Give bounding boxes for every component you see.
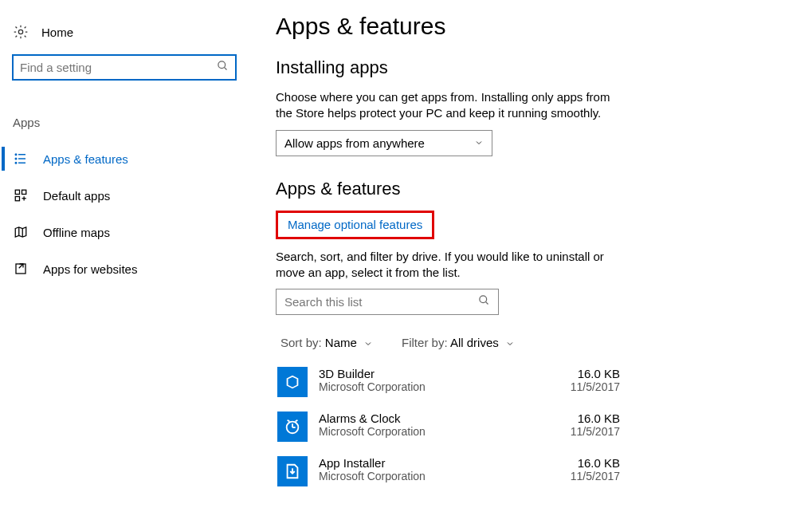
dropdown-value: Allow apps from anywhere (284, 136, 425, 150)
chevron-down-icon (360, 336, 373, 349)
installing-apps-text: Choose where you can get apps from. Inst… (276, 89, 626, 122)
list-icon (13, 151, 29, 167)
app-name: 3D Builder (319, 367, 559, 380)
open-icon (13, 261, 29, 277)
sidebar-item-label: Apps & features (43, 152, 128, 166)
sidebar-search-wrap (0, 51, 247, 98)
filter-label: Filter by: (402, 336, 448, 349)
search-icon (478, 294, 490, 309)
app-date: 11/5/2017 (571, 380, 620, 393)
app-name: Alarms & Clock (319, 412, 559, 425)
sidebar-item-label: Offline maps (43, 226, 110, 239)
sort-filter-row: Sort by: Name Filter by: All drives (280, 336, 748, 349)
app-size: 16.0 KB (571, 456, 620, 470)
svg-point-0 (18, 30, 22, 33)
app-name: App Installer (319, 456, 559, 470)
chevron-down-icon (502, 336, 515, 349)
svg-rect-9 (15, 190, 19, 194)
svg-point-6 (15, 154, 17, 156)
sidebar-section: Apps (0, 98, 247, 140)
app-date: 11/5/2017 (571, 425, 620, 438)
sidebar-item-apps-features[interactable]: Apps & features (0, 140, 247, 177)
main-content: Apps & features Installing apps Choose w… (247, 0, 812, 508)
app-icon-alarms-clock (277, 412, 308, 442)
sidebar-item-label: Apps for websites (43, 262, 137, 276)
search-icon (217, 60, 229, 75)
sort-value: Name (325, 336, 357, 349)
app-size: 16.0 KB (571, 367, 620, 380)
sidebar: Home Apps Apps & features Default apps (0, 0, 247, 508)
svg-line-23 (288, 420, 290, 422)
sort-by[interactable]: Sort by: Name (280, 336, 373, 349)
sidebar-item-offline-maps[interactable]: Offline maps (0, 214, 247, 250)
app-list: 3D Builder Microsoft Corporation 16.0 KB… (277, 367, 748, 486)
app-publisher: Microsoft Corporation (319, 425, 559, 438)
sidebar-item-label: Default apps (43, 189, 110, 203)
home-label: Home (41, 26, 73, 39)
app-search[interactable] (276, 289, 499, 315)
filter-value: All drives (450, 336, 499, 349)
svg-line-24 (296, 420, 298, 422)
manage-optional-link[interactable]: Manage optional features (288, 218, 422, 231)
app-icon-3d-builder (277, 367, 308, 397)
app-size: 16.0 KB (571, 412, 620, 425)
gear-icon (13, 24, 29, 40)
svg-point-7 (15, 158, 17, 159)
svg-line-19 (485, 301, 488, 304)
app-row[interactable]: Alarms & Clock Microsoft Corporation 16.… (277, 412, 620, 442)
sidebar-search[interactable] (12, 54, 237, 81)
grid-icon (13, 187, 29, 203)
apps-features-heading: Apps & features (276, 179, 748, 199)
svg-point-18 (480, 296, 487, 303)
svg-rect-10 (22, 190, 26, 194)
apps-help-text: Search, sort, and filter by drive. If yo… (276, 249, 610, 282)
sort-label: Sort by: (280, 336, 322, 349)
filter-by[interactable]: Filter by: All drives (402, 336, 515, 349)
app-publisher: Microsoft Corporation (319, 470, 559, 482)
svg-rect-16 (16, 264, 25, 274)
svg-line-2 (224, 67, 226, 69)
app-date: 11/5/2017 (571, 470, 620, 482)
app-search-input[interactable] (284, 295, 478, 309)
app-icon-app-installer (277, 456, 308, 486)
app-publisher: Microsoft Corporation (319, 380, 559, 393)
svg-point-8 (15, 163, 17, 164)
page-title: Apps & features (276, 13, 748, 40)
chevron-down-icon (474, 136, 484, 150)
app-row[interactable]: App Installer Microsoft Corporation 16.0… (277, 456, 620, 486)
sidebar-search-input[interactable] (20, 61, 217, 74)
installing-apps-heading: Installing apps (276, 57, 748, 78)
sidebar-item-default-apps[interactable]: Default apps (0, 177, 247, 214)
home-row[interactable]: Home (0, 18, 247, 51)
app-row[interactable]: 3D Builder Microsoft Corporation 16.0 KB… (277, 367, 620, 397)
sidebar-item-apps-websites[interactable]: Apps for websites (0, 250, 247, 287)
svg-rect-11 (15, 197, 19, 201)
manage-optional-highlight: Manage optional features (276, 211, 434, 239)
install-source-dropdown[interactable]: Allow apps from anywhere (276, 130, 492, 156)
map-icon (13, 224, 29, 240)
svg-point-1 (218, 61, 226, 69)
svg-line-17 (19, 264, 23, 268)
